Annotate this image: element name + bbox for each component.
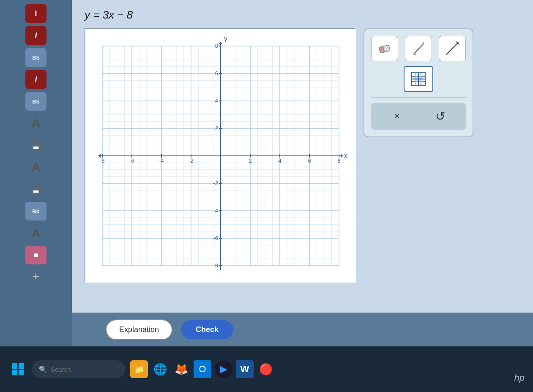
sidebar-item-3[interactable]: I bbox=[25, 70, 46, 89]
sidebar-item-large-a-2[interactable]: A bbox=[25, 158, 46, 177]
taskbar-app-media[interactable]: ▶ bbox=[215, 360, 232, 378]
main-content: y = 3x − 8 bbox=[72, 0, 533, 346]
taskbar-app-word[interactable]: W bbox=[236, 360, 254, 378]
print-icon-2 bbox=[30, 183, 42, 196]
media-icon: ▶ bbox=[220, 364, 227, 375]
sidebar-item-1[interactable]: I bbox=[25, 4, 46, 23]
sidebar-item-large-a-1[interactable]: A bbox=[25, 114, 46, 133]
equation-title: y = 3x − 8 bbox=[85, 8, 520, 22]
sidebar-item-bb-3[interactable]: Bb bbox=[25, 202, 46, 220]
hp-logo: hp bbox=[514, 373, 525, 384]
windows-icon bbox=[12, 363, 24, 375]
sidebar-item-2[interactable]: I bbox=[25, 26, 46, 45]
graph-canvas[interactable] bbox=[85, 29, 356, 283]
sidebar-item-print-2[interactable] bbox=[25, 180, 46, 199]
toolbar-panel: × ↺ bbox=[364, 28, 473, 137]
graph-wrapper[interactable] bbox=[85, 28, 355, 282]
svg-rect-6 bbox=[33, 190, 39, 193]
sidebar-item-large-a-3[interactable]: A bbox=[25, 224, 46, 242]
pencil-icon bbox=[410, 40, 427, 57]
toolbar-actions: × ↺ bbox=[371, 103, 466, 130]
edge-icon: 🌐 bbox=[153, 363, 167, 376]
eraser-icon bbox=[376, 40, 393, 57]
taskbar-app-firefox[interactable]: 🦊 bbox=[172, 360, 190, 378]
svg-point-3 bbox=[38, 144, 40, 146]
search-input[interactable] bbox=[51, 366, 114, 373]
windows-start-button[interactable] bbox=[8, 360, 27, 378]
sidebar: I I Bb I Bb A A Bb A ■ + bbox=[0, 0, 72, 346]
print-icon bbox=[30, 139, 42, 152]
toolbar-row-1 bbox=[371, 36, 466, 61]
sidebar-item-bb-1[interactable]: Bb bbox=[25, 48, 46, 67]
grid-icon bbox=[411, 71, 426, 87]
firefox-icon: 🦊 bbox=[175, 363, 188, 376]
grid-tool-button[interactable] bbox=[404, 66, 433, 92]
sidebar-item-bb-2[interactable]: Bb bbox=[25, 92, 46, 111]
taskbar-app-files[interactable]: 📁 bbox=[130, 360, 148, 378]
sidebar-item-print-1[interactable] bbox=[25, 136, 46, 155]
files-icon: 📁 bbox=[134, 364, 145, 374]
toolbar-divider bbox=[371, 97, 466, 98]
undo-button[interactable]: ↺ bbox=[427, 107, 453, 125]
line-tool-icon bbox=[444, 40, 461, 57]
bottom-bar: Explanation Check bbox=[72, 313, 533, 346]
svg-line-13 bbox=[446, 43, 458, 54]
taskbar-search[interactable]: 🔍 bbox=[32, 360, 125, 378]
word-icon: W bbox=[241, 364, 249, 375]
eraser-button[interactable] bbox=[371, 36, 398, 61]
svg-point-7 bbox=[38, 188, 40, 190]
sidebar-add-button[interactable]: + bbox=[33, 270, 39, 283]
svg-line-10 bbox=[414, 44, 424, 54]
pencil-button[interactable] bbox=[405, 36, 432, 61]
taskbar-apps: 📁 🌐 🦊 O ▶ W 🔴 bbox=[130, 360, 275, 378]
taskbar-app-outlook[interactable]: O bbox=[194, 360, 211, 378]
taskbar-app-chrome[interactable]: 🔴 bbox=[257, 360, 275, 378]
clear-button[interactable]: × bbox=[384, 107, 410, 125]
taskbar: 🔍 📁 🌐 🦊 O ▶ W 🔴 hp bbox=[0, 346, 533, 392]
sidebar-item-pink[interactable]: ■ bbox=[25, 246, 46, 264]
taskbar-app-edge[interactable]: 🌐 bbox=[151, 360, 169, 378]
explanation-button[interactable]: Explanation bbox=[106, 319, 172, 340]
line-tool-button[interactable] bbox=[439, 36, 466, 61]
toolbar-row-2 bbox=[371, 66, 466, 92]
chrome-icon: 🔴 bbox=[259, 363, 273, 376]
outlook-icon: O bbox=[199, 364, 206, 375]
graph-area: × ↺ bbox=[85, 28, 520, 282]
search-icon: 🔍 bbox=[39, 365, 47, 373]
svg-rect-2 bbox=[33, 146, 39, 149]
check-button[interactable]: Check bbox=[181, 320, 233, 339]
